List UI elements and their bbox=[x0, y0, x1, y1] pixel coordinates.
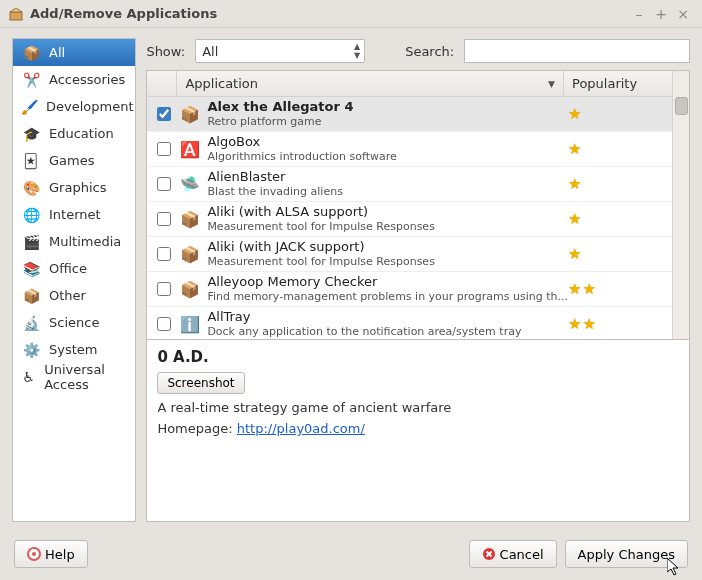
app-icon: ℹ️ bbox=[177, 311, 203, 337]
app-icon: 🛸 bbox=[177, 171, 203, 197]
maximize-button[interactable]: + bbox=[650, 5, 672, 23]
app-name: Alleyoop Memory Checker bbox=[207, 274, 568, 289]
select-arrows-icon: ▲▼ bbox=[354, 42, 360, 60]
app-popularity: ★★ bbox=[568, 315, 668, 333]
app-popularity: ★★ bbox=[568, 280, 668, 298]
category-label: Internet bbox=[49, 207, 101, 222]
app-popularity: ★ bbox=[568, 105, 668, 123]
titlebar: Add/Remove Applications – + × bbox=[0, 0, 702, 28]
category-icon: 🖌️ bbox=[21, 97, 38, 117]
category-label: System bbox=[49, 342, 97, 357]
app-name: AllTray bbox=[207, 309, 568, 324]
app-row[interactable]: 🅰️AlgoBoxAlgorithmics introduction softw… bbox=[147, 132, 672, 167]
list-scrollbar[interactable] bbox=[672, 71, 689, 339]
svg-point-3 bbox=[32, 552, 36, 556]
app-description: Retro platform game bbox=[207, 114, 568, 129]
detail-description: A real-time strategy game of ancient war… bbox=[157, 400, 679, 415]
screenshot-button[interactable]: Screenshot bbox=[157, 372, 244, 394]
close-button[interactable]: × bbox=[672, 5, 694, 23]
category-icon: ♿ bbox=[21, 367, 36, 387]
app-icon: 📦 bbox=[177, 101, 203, 127]
app-description: Algorithmics introduction software bbox=[207, 149, 568, 164]
sidebar-item-games[interactable]: 🃏Games bbox=[13, 147, 135, 174]
minimize-button[interactable]: – bbox=[628, 5, 650, 23]
row-checkbox[interactable] bbox=[157, 282, 171, 296]
category-label: Games bbox=[49, 153, 94, 168]
app-icon: 📦 bbox=[177, 276, 203, 302]
app-description: Dock any application to the notification… bbox=[207, 324, 568, 339]
show-select-value: All bbox=[202, 44, 218, 59]
category-icon: ✂️ bbox=[21, 70, 41, 90]
header-popularity-col[interactable]: Popularity bbox=[564, 71, 672, 96]
app-icon: 📦 bbox=[177, 206, 203, 232]
help-icon bbox=[27, 547, 41, 561]
footer: Help Cancel Apply Changes bbox=[0, 532, 702, 580]
list-header: Application ▼ Popularity bbox=[147, 71, 672, 97]
sidebar-item-internet[interactable]: 🌐Internet bbox=[13, 201, 135, 228]
app-description: Measurement tool for Impulse Responses bbox=[207, 254, 568, 269]
category-label: Graphics bbox=[49, 180, 106, 195]
homepage-link[interactable]: http://play0ad.com/ bbox=[237, 421, 365, 436]
show-select[interactable]: All ▲▼ bbox=[195, 39, 365, 63]
app-description: Blast the invading aliens bbox=[207, 184, 568, 199]
sidebar-item-development[interactable]: 🖌️Development bbox=[13, 93, 135, 120]
sidebar-item-graphics[interactable]: 🎨Graphics bbox=[13, 174, 135, 201]
sidebar-item-system[interactable]: ⚙️System bbox=[13, 336, 135, 363]
sidebar-item-all[interactable]: 📦All bbox=[13, 39, 135, 66]
help-button[interactable]: Help bbox=[14, 540, 88, 568]
category-label: All bbox=[49, 45, 65, 60]
header-application-col[interactable]: Application ▼ bbox=[177, 71, 564, 96]
show-label: Show: bbox=[146, 44, 185, 59]
sidebar-item-accessories[interactable]: ✂️Accessories bbox=[13, 66, 135, 93]
category-icon: 📚 bbox=[21, 259, 41, 279]
category-icon: ⚙️ bbox=[21, 340, 41, 360]
app-name: AlienBlaster bbox=[207, 169, 568, 184]
row-checkbox[interactable] bbox=[157, 317, 171, 331]
sidebar-item-education[interactable]: 🎓Education bbox=[13, 120, 135, 147]
row-checkbox[interactable] bbox=[157, 107, 171, 121]
detail-title: 0 A.D. bbox=[157, 348, 679, 366]
apply-changes-button[interactable]: Apply Changes bbox=[565, 540, 688, 568]
row-checkbox[interactable] bbox=[157, 142, 171, 156]
detail-homepage: Homepage: http://play0ad.com/ bbox=[157, 421, 679, 436]
sort-indicator-icon: ▼ bbox=[548, 79, 555, 89]
header-checkbox-col[interactable] bbox=[147, 71, 177, 96]
app-row[interactable]: ℹ️AllTrayDock any application to the not… bbox=[147, 307, 672, 339]
cancel-icon bbox=[482, 547, 496, 561]
app-popularity: ★ bbox=[568, 140, 668, 158]
app-row[interactable]: 📦Aliki (with JACK support)Measurement to… bbox=[147, 237, 672, 272]
category-icon: 🃏 bbox=[21, 151, 41, 171]
app-row[interactable]: 📦Aliki (with ALSA support)Measurement to… bbox=[147, 202, 672, 237]
app-icon: 🅰️ bbox=[177, 136, 203, 162]
sidebar-item-multimedia[interactable]: 🎬Multimedia bbox=[13, 228, 135, 255]
category-icon: 📦 bbox=[21, 43, 41, 63]
category-icon: 🎬 bbox=[21, 232, 41, 252]
search-label: Search: bbox=[405, 44, 454, 59]
sidebar-item-other[interactable]: 📦Other bbox=[13, 282, 135, 309]
svg-marker-1 bbox=[10, 8, 22, 12]
app-popularity: ★ bbox=[568, 210, 668, 228]
app-row[interactable]: 📦Alleyoop Memory CheckerFind memory-mana… bbox=[147, 272, 672, 307]
sidebar-item-science[interactable]: 🔬Science bbox=[13, 309, 135, 336]
scrollbar-thumb[interactable] bbox=[675, 97, 688, 115]
app-row[interactable]: 📦Alex the Allegator 4Retro platform game… bbox=[147, 97, 672, 132]
app-row[interactable]: 🛸AlienBlasterBlast the invading aliens★ bbox=[147, 167, 672, 202]
category-icon: 🌐 bbox=[21, 205, 41, 225]
category-icon: 🎨 bbox=[21, 178, 41, 198]
row-checkbox[interactable] bbox=[157, 177, 171, 191]
app-icon: 📦 bbox=[177, 241, 203, 267]
category-label: Other bbox=[49, 288, 86, 303]
search-input[interactable] bbox=[464, 39, 690, 63]
row-checkbox[interactable] bbox=[157, 212, 171, 226]
category-icon: 🎓 bbox=[21, 124, 41, 144]
app-name: Aliki (with ALSA support) bbox=[207, 204, 568, 219]
category-label: Office bbox=[49, 261, 87, 276]
category-label: Education bbox=[49, 126, 114, 141]
svg-rect-0 bbox=[10, 12, 22, 20]
row-checkbox[interactable] bbox=[157, 247, 171, 261]
category-icon: 📦 bbox=[21, 286, 41, 306]
cancel-button[interactable]: Cancel bbox=[469, 540, 557, 568]
app-name: Alex the Allegator 4 bbox=[207, 99, 568, 114]
sidebar-item-office[interactable]: 📚Office bbox=[13, 255, 135, 282]
sidebar-item-universal-access[interactable]: ♿Universal Access bbox=[13, 363, 135, 390]
